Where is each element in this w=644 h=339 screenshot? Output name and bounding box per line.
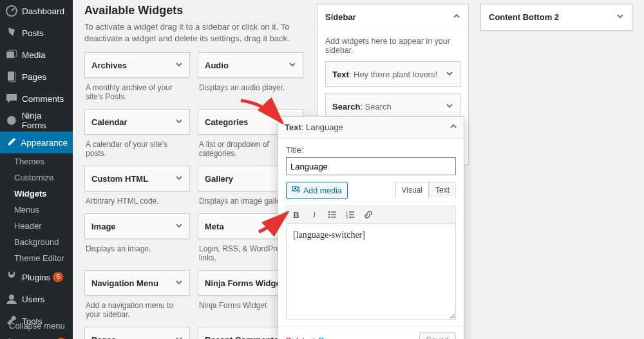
menu-comments[interactable]: Comments: [0, 88, 73, 110]
widget-handle[interactable]: Image: [84, 213, 190, 239]
italic-button[interactable]: I: [308, 209, 320, 220]
available-widget: ImageDisplays an image.: [84, 213, 190, 270]
menu-media[interactable]: Media: [0, 44, 73, 66]
widget-description: A monthly archive of your site's Posts.: [84, 78, 190, 109]
media-icon: [292, 185, 301, 196]
available-widget: Custom HTMLArbitrary HTML code.: [84, 166, 190, 213]
submenu-header[interactable]: Header: [9, 218, 73, 234]
widget-handle[interactable]: Audio: [198, 52, 303, 78]
widget-description: Displays an audio player.: [198, 78, 303, 100]
widget-content-editor[interactable]: [language-switcher]: [286, 223, 456, 320]
widget-name: Image: [91, 222, 116, 231]
text-widget-editor: Text: Language Title: Add media VisualTe…: [278, 116, 464, 339]
svg-point-16: [328, 217, 330, 218]
menu-label: Media: [22, 50, 46, 60]
plugins-update-badge: 6: [53, 272, 63, 282]
page-hint: To activate a widget drag it to a sideba…: [84, 21, 297, 44]
tab-visual[interactable]: Visual: [395, 182, 429, 198]
editor-header-label: Text: Language: [285, 122, 343, 132]
widget-name: Gallery: [205, 174, 233, 184]
collapse-menu[interactable]: Collapse menu: [0, 316, 73, 335]
svg-rect-15: [331, 214, 336, 215]
submenu-customize[interactable]: Customize: [9, 170, 73, 186]
media-icon: [5, 48, 18, 61]
content-bottom-header[interactable]: Content Bottom 2: [481, 5, 632, 30]
submenu-widgets[interactable]: Widgets: [9, 186, 73, 202]
available-widget: ArchivesA monthly archive of your site's…: [84, 52, 190, 109]
placed-widget-label: Text: Hey there plant lovers!: [332, 70, 437, 79]
available-widget: Navigation MenuAdd a navigation menu to …: [84, 270, 190, 327]
chevron-down-icon: [175, 222, 183, 231]
bold-button[interactable]: B: [290, 209, 302, 220]
area-title: Content Bottom 2: [489, 12, 559, 22]
editor-header[interactable]: Text: Language: [278, 117, 464, 139]
add-media-label: Add media: [303, 186, 342, 195]
menu-label: Ninja Forms: [22, 111, 68, 130]
menu-users[interactable]: Users: [0, 288, 73, 310]
appearance-submenu: Themes Customize Widgets Menus Header Ba…: [0, 153, 73, 266]
widget-handle[interactable]: Archives: [84, 52, 190, 78]
dashboard-icon: [5, 5, 18, 17]
link-button[interactable]: [363, 209, 374, 220]
chevron-down-icon: [446, 102, 453, 111]
area-description: Add widgets here to appear in your sideb…: [325, 37, 460, 55]
sidebar-area-header[interactable]: Sidebar: [317, 5, 468, 30]
placed-widget[interactable]: Text: Hey there plant lovers!: [325, 61, 460, 87]
widget-description: A calendar of your site's posts.: [84, 135, 190, 166]
menu-plugins[interactable]: Plugins 6: [0, 266, 73, 288]
menu-label: Appearance: [21, 138, 68, 148]
delete-link[interactable]: Delete: [286, 336, 309, 340]
widget-handle[interactable]: Calendar: [84, 109, 190, 135]
widget-name: Audio: [205, 61, 229, 70]
menu-posts[interactable]: Posts: [0, 22, 73, 44]
widget-name: Custom HTML: [91, 174, 148, 184]
admin-menu: Dashboard Posts Media Pages Comments Nin…: [0, 0, 73, 339]
svg-point-11: [294, 188, 296, 189]
submenu-menus[interactable]: Menus: [9, 202, 73, 218]
chevron-down-icon: [175, 335, 183, 339]
bullet-list-button[interactable]: [327, 209, 338, 220]
widget-title-input[interactable]: [286, 157, 456, 175]
collapse-label: Collapse menu: [9, 321, 65, 331]
menu-appearance[interactable]: Appearance: [0, 131, 73, 153]
page-title: Available Widgets: [84, 4, 305, 17]
svg-point-14: [328, 214, 330, 216]
menu-label: Dashboard: [22, 6, 64, 16]
submenu-themes[interactable]: Themes: [9, 153, 73, 170]
widget-handle[interactable]: Custom HTML: [84, 166, 190, 191]
menu-dashboard[interactable]: Dashboard: [0, 0, 73, 22]
submenu-background[interactable]: Background: [9, 234, 73, 250]
area-title: Sidebar: [325, 12, 356, 22]
menu-ninja-forms[interactable]: Ninja Forms: [0, 110, 73, 131]
svg-rect-13: [331, 211, 336, 212]
content-bottom-area: Content Bottom 2: [480, 4, 632, 339]
widget-description: Arbitrary HTML code.: [84, 191, 190, 213]
available-widget: AudioDisplays an audio player.: [198, 52, 303, 109]
done-link[interactable]: Done: [319, 336, 338, 340]
plug-icon: [5, 271, 18, 284]
widget-handle[interactable]: Navigation Menu: [84, 270, 190, 296]
placed-widget[interactable]: Search: Search: [325, 93, 460, 119]
widget-handle[interactable]: Pages: [84, 327, 190, 339]
submenu-theme-editor[interactable]: Theme Editor: [9, 250, 73, 266]
add-media-button[interactable]: Add media: [286, 182, 348, 199]
pin-icon: [5, 26, 18, 39]
menu-pages[interactable]: Pages: [0, 66, 73, 88]
brush-icon: [5, 136, 17, 149]
available-widgets: Available Widgets To activate a widget d…: [84, 4, 305, 339]
saved-button[interactable]: Saved: [419, 332, 456, 339]
chevron-down-icon: [289, 61, 296, 70]
numbered-list-button[interactable]: 123: [345, 209, 356, 220]
ninja-icon: [5, 114, 18, 127]
comment-icon: [5, 92, 18, 105]
menu-label: Comments: [22, 94, 64, 104]
user-icon: [5, 293, 18, 305]
tab-text[interactable]: Text: [429, 182, 456, 198]
available-widget: CalendarA calendar of your site's posts.: [84, 109, 190, 166]
svg-rect-23: [349, 217, 354, 217]
chevron-down-icon: [175, 278, 183, 288]
chevron-down-icon: [175, 174, 183, 184]
chevron-up-icon: [450, 122, 457, 132]
svg-rect-21: [349, 214, 354, 215]
placed-widget-label: Search: Search: [332, 102, 392, 111]
